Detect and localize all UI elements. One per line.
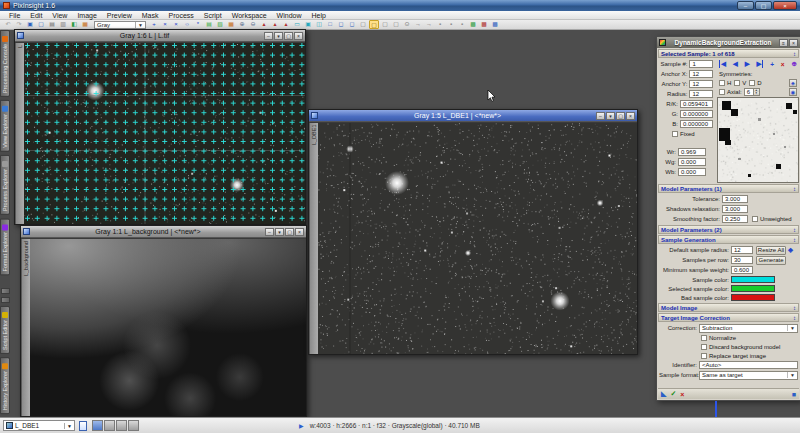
replace-target-image-checkbox[interactable] [701, 353, 707, 359]
axial-checkbox[interactable] [719, 89, 725, 95]
rgb-view1-icon[interactable]: ▩ [468, 20, 478, 29]
close-window-icon[interactable]: × [773, 1, 797, 10]
close-icon[interactable]: × [294, 32, 303, 40]
window-background-titlebar[interactable]: Gray 1:1 L_background | <*new*> – ▾ ▢ × [21, 226, 306, 238]
axial-count-field[interactable]: 6 [744, 88, 754, 96]
menu-item-process[interactable]: Process [164, 12, 199, 19]
color-space-select[interactable]: Gray ▼ [94, 21, 146, 29]
rgb-view2-icon[interactable]: ▩ [479, 20, 489, 29]
menu-item-file[interactable]: File [4, 12, 25, 19]
model-image-header[interactable]: Model Image↕ [658, 303, 799, 312]
window-target-side-tab[interactable]: L_DBE1 [309, 123, 318, 354]
redo-icon[interactable]: ↷ [14, 20, 24, 29]
target-starfield-canvas[interactable] [318, 123, 637, 354]
menu-item-workspace[interactable]: Workspace [227, 12, 272, 19]
unweighted-checkbox[interactable] [752, 216, 758, 222]
screen-mode3-icon[interactable]: ◻ [347, 20, 357, 29]
new-document-icon[interactable]: ▤ [204, 20, 214, 29]
sidebar-tab-history-explorer[interactable]: History Explorer [0, 357, 10, 414]
rgb-view3-icon[interactable]: ▩ [490, 20, 500, 29]
preview-mode-icon[interactable]: ▣ [303, 20, 313, 29]
discard-background-model-checkbox[interactable] [701, 344, 707, 350]
active-doc-tab-icon[interactable]: ▢ [369, 20, 379, 29]
next-sample-icon[interactable]: ▶ [745, 60, 750, 68]
nav-back-icon[interactable]: → [413, 20, 423, 29]
wr-field[interactable]: 0.969 [678, 148, 706, 156]
dialog-close-icon[interactable]: × [789, 39, 798, 47]
maximize-icon[interactable]: ▢ [284, 32, 293, 40]
maximize-window-icon[interactable]: ▢ [755, 1, 772, 10]
small-tool3-icon[interactable]: ▪ [457, 20, 467, 29]
menu-item-script[interactable]: Script [199, 12, 227, 19]
image-statistics-icon[interactable]: ▤ [47, 20, 57, 29]
smoothing-factor-field[interactable]: 0.250 [722, 215, 748, 223]
sidebar-minimized-tab[interactable] [1, 288, 10, 294]
image-thumbnail-icon[interactable]: ▦ [226, 20, 236, 29]
maximize-icon[interactable]: ▢ [285, 228, 294, 236]
display-mode-2-button[interactable] [104, 420, 115, 431]
resize-all-button[interactable]: Resize All [756, 246, 786, 255]
menu-item-preview[interactable]: Preview [102, 12, 137, 19]
axial-apply-icon[interactable]: ◉ [789, 88, 797, 96]
window-samples-titlebar[interactable]: Gray 1:6 L | L.tif – ▾ ▢ × [15, 30, 305, 42]
sample-format-select[interactable]: Same as target▼ [699, 371, 798, 380]
sidebar-tab-processing-console[interactable]: Processing Console [0, 30, 10, 97]
history-icon[interactable]: ⊙ [402, 20, 412, 29]
sidebar-tab-script-editor[interactable]: Script Editor [0, 306, 10, 354]
wg-field[interactable]: 0.000 [678, 158, 706, 166]
maximize-icon[interactable]: ▢ [616, 112, 625, 120]
dialog-menu-icon[interactable]: ≡ [779, 39, 788, 47]
view-file-icon[interactable] [79, 421, 87, 431]
fit-screen-icon[interactable]: ▴ [281, 20, 291, 29]
fit-window-icon[interactable]: ▴ [270, 20, 280, 29]
zoom-in-icon[interactable]: ⊕ [237, 20, 247, 29]
locate-sample-icon[interactable]: ⊕ [791, 60, 796, 68]
sidebar-minimized-tab[interactable] [1, 297, 10, 303]
minimize-window-icon[interactable]: – [737, 1, 754, 10]
color-grid-icon[interactable]: ▦ [80, 20, 90, 29]
shade-icon[interactable]: – [264, 32, 273, 40]
selected-sample-color-swatch[interactable] [731, 285, 775, 292]
collapse-section-icon[interactable]: ↕ [793, 51, 796, 57]
new-instance-icon[interactable]: ◣ [661, 390, 666, 398]
fit-view-icon[interactable]: ▴ [259, 20, 269, 29]
delete-sample-icon[interactable]: × [781, 61, 785, 68]
previous-sample-icon[interactable]: ◀ [733, 60, 738, 68]
first-sample-icon[interactable]: ◀ [719, 60, 726, 68]
collapse-section-icon[interactable]: ↕ [793, 237, 796, 243]
window-target-titlebar[interactable]: Gray 1:5 L_DBE1 | <*new*> – ▾ ▢ × [309, 110, 637, 122]
menu-item-edit[interactable]: Edit [25, 12, 47, 19]
close-all-windows-icon[interactable]: × [171, 20, 181, 29]
rk-field[interactable]: 0.059401 [680, 100, 713, 108]
g-field[interactable]: 0.000000 [680, 110, 713, 118]
background-model-image[interactable] [30, 239, 306, 416]
cancel-icon[interactable]: × [680, 391, 684, 398]
duplicate-image-icon[interactable]: ▢ [36, 20, 46, 29]
selected-sample-section-header[interactable]: Selected Sample: 1 of 618 ↕ [658, 49, 799, 58]
pan-sample-icon[interactable]: + [770, 61, 774, 68]
nav-forward-icon[interactable]: → [424, 20, 434, 29]
image-properties-icon[interactable]: ▥ [58, 20, 68, 29]
model-parameters-1-header[interactable]: Model Parameters (1)↕ [658, 184, 799, 193]
active-view-select[interactable]: L_DBE1 ▼ [3, 420, 75, 431]
shadows-relaxation-field[interactable]: 3.000 [722, 205, 748, 213]
zoom-out-icon[interactable]: ⊖ [248, 20, 258, 29]
anchor-x-field[interactable]: 12 [689, 70, 713, 78]
symmetry-apply-icon[interactable]: ◈ [789, 79, 797, 87]
b-field[interactable]: 0.000000 [680, 120, 713, 128]
samples-image-view[interactable] [24, 43, 305, 224]
window-background-side-tab[interactable]: L_background [21, 239, 30, 416]
open-document-icon[interactable]: ▧ [215, 20, 225, 29]
screen-mode1-icon[interactable]: □ [325, 20, 335, 29]
menu-item-help[interactable]: Help [307, 12, 331, 19]
lock-radius-icon[interactable]: ◈ [788, 246, 793, 254]
undo-icon[interactable]: ↶ [3, 20, 13, 29]
collapse-section-icon[interactable]: ↕ [793, 315, 796, 321]
axial-spinner[interactable]: ▲▼ [754, 88, 760, 96]
background-image-view[interactable] [30, 239, 306, 416]
samples-per-row-field[interactable]: 30 [731, 256, 753, 264]
fixed-checkbox[interactable] [672, 131, 678, 137]
screen-mode2-icon[interactable]: ◻ [336, 20, 346, 29]
minimum-sample-weight-field[interactable]: 0.600 [731, 266, 753, 274]
shade-icon[interactable]: – [265, 228, 274, 236]
